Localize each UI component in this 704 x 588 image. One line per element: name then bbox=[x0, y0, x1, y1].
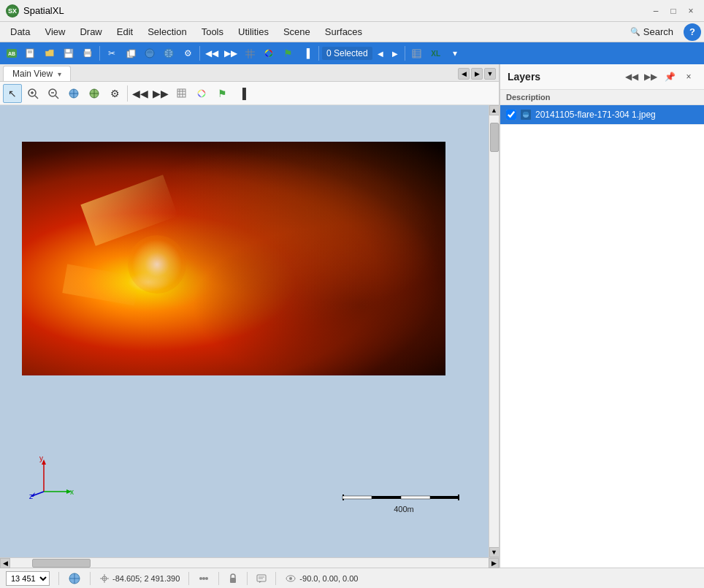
map-tool-settings[interactable]: ⚙ bbox=[105, 84, 124, 103]
layers-column-header: Description bbox=[500, 90, 704, 105]
app-icon: SX bbox=[6, 4, 19, 18]
toolbar-grid[interactable] bbox=[241, 45, 259, 62]
svg-text:AB: AB bbox=[8, 51, 15, 56]
scroll-down-button[interactable]: ▼ bbox=[489, 547, 500, 557]
layer-visible-checkbox[interactable] bbox=[506, 110, 516, 120]
scroll-right-button[interactable]: ▶ bbox=[489, 558, 499, 568]
minimize-button[interactable]: – bbox=[648, 4, 663, 18]
tab-close-icon[interactable]: ▾ bbox=[58, 70, 61, 78]
menu-edit[interactable]: Edit bbox=[110, 23, 140, 40]
toolbar-table[interactable] bbox=[408, 45, 426, 62]
toolbar-copy[interactable] bbox=[122, 45, 139, 62]
toolbar-cursor-marker[interactable]: ▐ bbox=[298, 45, 315, 62]
scroll-left-button[interactable]: ◀ bbox=[0, 558, 10, 568]
status-message bbox=[256, 573, 267, 584]
tab-main-view[interactable]: Main View ▾ bbox=[3, 66, 71, 81]
menu-surfaces[interactable]: Surfaces bbox=[318, 23, 370, 40]
coordinate-axes: y x z bbox=[29, 455, 73, 499]
coordinates-icon bbox=[99, 573, 110, 584]
map-panel: Main View ▾ ◀ ▶ ▼ ↖ bbox=[0, 64, 500, 568]
status-sep-4 bbox=[218, 572, 219, 585]
title-bar: SX SpatialXL – □ × bbox=[0, 0, 704, 22]
toolbar-back[interactable]: ◀◀ bbox=[203, 45, 221, 62]
close-button[interactable]: × bbox=[684, 4, 698, 18]
layers-back-btn[interactable]: ◀◀ bbox=[624, 69, 640, 85]
svg-point-61 bbox=[202, 577, 205, 580]
scroll-up-button[interactable]: ▲ bbox=[489, 105, 500, 115]
layers-controls: ◀◀ ▶▶ 📌 × bbox=[624, 69, 697, 85]
layers-pin-btn[interactable]: 📌 bbox=[662, 69, 678, 85]
sun-image bbox=[22, 142, 445, 375]
toolbar-print[interactable] bbox=[79, 45, 96, 62]
svg-rect-10 bbox=[85, 54, 91, 57]
toolbar-save[interactable] bbox=[60, 45, 77, 62]
map-tool-next[interactable]: ▶▶ bbox=[151, 84, 170, 103]
toolbar-cut[interactable]: ✂ bbox=[103, 45, 120, 62]
svg-rect-55 bbox=[430, 496, 459, 499]
map-tool-globe[interactable] bbox=[64, 84, 83, 103]
status-globe-icon bbox=[68, 572, 81, 585]
menu-utilities[interactable]: Utilities bbox=[231, 23, 276, 40]
toolbar-new[interactable] bbox=[22, 45, 39, 62]
menu-view[interactable]: View bbox=[37, 23, 72, 40]
tab-scroll-down[interactable]: ▼ bbox=[484, 68, 496, 80]
map-tool-select[interactable]: ↖ bbox=[3, 84, 22, 103]
scroll-thumb-h[interactable] bbox=[32, 559, 91, 568]
toolbar-flag[interactable]: ⚑ bbox=[279, 45, 296, 62]
scale-bar: 400m bbox=[335, 489, 467, 513]
map-tool-globe2[interactable] bbox=[85, 84, 104, 103]
menu-draw[interactable]: Draw bbox=[72, 23, 109, 40]
help-button[interactable]: ? bbox=[684, 23, 701, 41]
menu-selection[interactable]: Selection bbox=[140, 23, 194, 40]
menu-bar: Data View Draw Edit Selection Tools Util… bbox=[0, 22, 704, 42]
svg-rect-2 bbox=[26, 49, 34, 58]
map-tool-grid[interactable] bbox=[172, 84, 191, 103]
map-tool-prev[interactable]: ◀◀ bbox=[131, 84, 150, 103]
status-coordinates: -84.605; 2 491.390 bbox=[99, 573, 180, 584]
menu-data[interactable]: Data bbox=[3, 23, 37, 40]
svg-rect-34 bbox=[177, 89, 185, 97]
toolbar-color[interactable] bbox=[260, 45, 278, 62]
toolbar-settings[interactable]: ⚙ bbox=[179, 45, 196, 62]
toolbar-select-right[interactable]: ▶ bbox=[389, 45, 402, 61]
maximize-button[interactable]: □ bbox=[666, 4, 681, 18]
map-tool-zoom-in[interactable] bbox=[23, 84, 42, 103]
tab-scroll-left[interactable]: ◀ bbox=[458, 68, 470, 80]
menu-tools[interactable]: Tools bbox=[194, 23, 231, 40]
toolbar-layer-toggle[interactable] bbox=[141, 45, 158, 62]
status-zoom: 13 451 bbox=[6, 571, 50, 586]
main-toolbar: AB ✂ ⚙ ◀◀ ▶▶ ⚑ ▐ 0 Selected ◀ ▶ XL ▾ bbox=[0, 42, 704, 64]
svg-rect-12 bbox=[129, 50, 135, 56]
layers-close-btn[interactable]: × bbox=[681, 69, 697, 85]
tab-scroll-right[interactable]: ▶ bbox=[471, 68, 483, 80]
tab-label: Main View bbox=[12, 69, 53, 79]
map-tool-pipe[interactable]: ▐ bbox=[233, 84, 252, 103]
toolbar-open[interactable] bbox=[41, 45, 58, 62]
map-tool-flag[interactable]: ⚑ bbox=[213, 84, 232, 103]
menu-scene[interactable]: Scene bbox=[276, 23, 318, 40]
zoom-select[interactable]: 13 451 bbox=[6, 571, 50, 586]
status-sep-3 bbox=[188, 572, 189, 585]
svg-rect-9 bbox=[85, 49, 91, 52]
toolbar-excel[interactable]: XL bbox=[427, 45, 445, 62]
scroll-track-v[interactable] bbox=[489, 115, 499, 547]
map-tool-zoom-out[interactable] bbox=[44, 84, 63, 103]
toolbar-ab-icon[interactable]: AB bbox=[3, 45, 20, 62]
menu-search[interactable]: Search bbox=[623, 23, 681, 40]
tab-scroll-controls: ◀ ▶ ▼ bbox=[458, 68, 496, 81]
layers-forward-btn[interactable]: ▶▶ bbox=[643, 69, 659, 85]
toolbar-select-arrow[interactable]: ◀ bbox=[374, 45, 387, 61]
svg-line-28 bbox=[35, 96, 38, 99]
vertical-scrollbar[interactable]: ▲ ▼ bbox=[489, 105, 499, 557]
dots-icon bbox=[198, 573, 210, 584]
scroll-track-h[interactable] bbox=[10, 558, 489, 568]
toolbar-forward[interactable]: ▶▶ bbox=[222, 45, 240, 62]
scroll-thumb-v[interactable] bbox=[490, 123, 499, 152]
layer-item[interactable]: 20141105-flare-171-304 1.jpeg bbox=[500, 105, 704, 125]
map-canvas[interactable]: y x z bbox=[0, 105, 489, 557]
toolbar-more[interactable]: ▾ bbox=[446, 45, 464, 62]
toolbar-globe[interactable] bbox=[160, 45, 177, 62]
status-rotation-text: -90.0, 0.00, 0.00 bbox=[299, 574, 358, 583]
map-tool-color[interactable] bbox=[192, 84, 211, 103]
horizontal-scrollbar[interactable]: ◀ ▶ bbox=[0, 557, 499, 568]
